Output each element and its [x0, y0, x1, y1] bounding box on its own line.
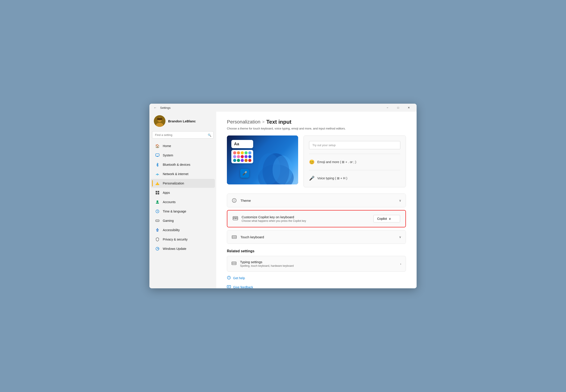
color-dot — [241, 155, 244, 158]
breadcrumb-current: Text input — [266, 119, 291, 125]
sidebar-item-accounts[interactable]: Accounts — [151, 197, 215, 207]
svg-rect-55 — [235, 263, 236, 263]
sidebar-item-label: Windows Update — [163, 247, 186, 251]
color-dot — [248, 159, 251, 162]
sidebar-item-label: Time & language — [163, 210, 186, 213]
sidebar-item-bluetooth[interactable]: Bluetooth & devices — [151, 160, 215, 169]
sidebar-item-label: Network & internet — [163, 172, 188, 176]
breadcrumb-parent[interactable]: Personalization — [227, 119, 260, 125]
sidebar-item-label: Accounts — [163, 200, 176, 204]
window-controls: − □ ✕ — [382, 104, 414, 111]
color-dot — [245, 155, 247, 158]
get-help-link[interactable]: ? Get help — [227, 273, 406, 282]
touch-keyboard-chevron-icon: ∨ — [399, 235, 401, 239]
color-dot — [245, 159, 247, 162]
user-profile: Brandon LeBlanc — [149, 112, 216, 131]
give-feedback-link[interactable]: Give feedback — [227, 282, 406, 288]
back-button[interactable]: ← — [152, 105, 158, 111]
voice-shortcut: 🎤 Voice typing ( ⊞ + H ) — [309, 175, 400, 182]
emoji-shortcut-label: Emoji and more ( ⊞ + . or ; ) — [317, 160, 356, 164]
color-dot — [237, 155, 240, 158]
svg-rect-58 — [235, 263, 236, 264]
svg-rect-36 — [236, 217, 237, 218]
avatar-image — [154, 115, 165, 127]
copilot-title: Customize Copilot key on keyboard — [242, 215, 306, 219]
maximize-button[interactable]: □ — [393, 104, 403, 111]
svg-rect-54 — [235, 263, 235, 263]
svg-rect-13 — [158, 191, 159, 193]
svg-rect-50 — [232, 262, 236, 265]
sidebar-item-network[interactable]: Network & internet — [151, 169, 215, 178]
sidebar-item-label: Privacy & security — [163, 238, 188, 241]
color-dot — [237, 151, 240, 154]
svg-rect-61 — [227, 285, 231, 288]
sidebar-item-accessibility[interactable]: Accessibility — [151, 225, 215, 235]
svg-rect-37 — [237, 217, 237, 218]
user-name: Brandon LeBlanc — [168, 119, 196, 123]
copilot-dropdown[interactable]: Copilot ∨ — [373, 215, 400, 223]
theme-section: Theme ∨ — [227, 194, 406, 207]
try-setup-input[interactable]: Try out your setup — [309, 141, 400, 149]
sidebar-item-label: Home — [163, 144, 171, 148]
minimize-button[interactable]: − — [382, 104, 392, 111]
sidebar-item-system[interactable]: System — [151, 151, 215, 160]
svg-rect-33 — [233, 217, 234, 218]
gaming-icon — [155, 218, 160, 223]
shortcut-divider2 — [309, 170, 400, 170]
color-dot — [245, 151, 247, 154]
touch-keyboard-icon — [232, 234, 237, 240]
sidebar: Brandon LeBlanc 🔍 🏠 Home System — [149, 112, 216, 288]
copilot-description: Choose what happens when you press the C… — [242, 219, 306, 223]
sidebar-item-apps[interactable]: Apps — [151, 188, 215, 197]
svg-point-16 — [157, 200, 158, 202]
typing-settings-description: Spelling, touch keyboard, hardware keybo… — [240, 264, 294, 267]
copilot-section: Customize Copilot key on keyboard Choose… — [227, 210, 406, 227]
color-dot — [241, 159, 244, 162]
sidebar-item-time[interactable]: Time & language — [151, 207, 215, 216]
touch-keyboard-title: Touch keyboard — [240, 235, 264, 239]
theme-chevron-icon: ∨ — [399, 199, 401, 202]
sidebar-item-home[interactable]: 🏠 Home — [151, 141, 215, 150]
typing-settings-row[interactable]: Typing settings Spelling, touch keyboard… — [227, 256, 406, 272]
sidebar-item-label: Bluetooth & devices — [163, 163, 190, 167]
svg-rect-38 — [233, 218, 234, 219]
close-button[interactable]: ✕ — [404, 104, 414, 111]
copilot-dropdown-value: Copilot — [377, 217, 387, 221]
typing-settings-title: Typing settings — [240, 260, 294, 264]
svg-point-25 — [157, 228, 158, 229]
dropdown-chevron-icon: ∨ — [389, 217, 391, 221]
search-input[interactable] — [152, 131, 214, 139]
color-dot — [248, 151, 251, 154]
emoji-icon: 😊 — [309, 159, 315, 165]
svg-rect-46 — [236, 236, 236, 237]
svg-rect-57 — [233, 263, 235, 264]
give-feedback-label: Give feedback — [233, 285, 253, 289]
svg-rect-44 — [234, 236, 234, 237]
shortcut-divider — [309, 154, 400, 154]
svg-rect-56 — [232, 263, 233, 264]
svg-rect-40 — [237, 218, 238, 219]
sidebar-item-privacy[interactable]: Privacy & security — [151, 235, 215, 244]
main-content: Personalization > Text input Choose a th… — [216, 112, 417, 288]
search-box: 🔍 — [152, 131, 214, 139]
sidebar-item-label: Gaming — [163, 219, 174, 223]
search-icon: 🔍 — [208, 133, 211, 137]
theme-section-header[interactable]: Theme ∨ — [227, 194, 406, 207]
svg-rect-4 — [156, 154, 159, 156]
settings-window: ← Settings − □ ✕ — [149, 104, 417, 288]
sidebar-item-update[interactable]: Windows Update — [151, 244, 215, 253]
breadcrumb-separator: > — [262, 120, 264, 124]
svg-rect-3 — [157, 118, 162, 120]
svg-line-19 — [158, 211, 158, 212]
titlebar: ← Settings − □ ✕ — [149, 104, 417, 112]
touch-keyboard-header[interactable]: Touch keyboard ∨ — [227, 230, 406, 244]
back-icon: ← — [154, 106, 157, 110]
color-dot — [233, 155, 236, 158]
hero-section: Aa — [227, 136, 406, 187]
svg-rect-20 — [156, 220, 159, 222]
svg-rect-47 — [232, 237, 233, 238]
sidebar-item-gaming[interactable]: Gaming — [151, 216, 215, 225]
svg-rect-51 — [232, 263, 233, 263]
sidebar-item-personalization[interactable]: Personalization — [151, 179, 215, 188]
content-area: Brandon LeBlanc 🔍 🏠 Home System — [149, 112, 417, 288]
